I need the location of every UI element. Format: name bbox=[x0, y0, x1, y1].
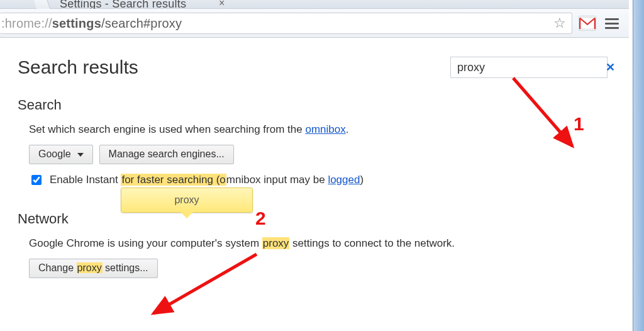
section-network: Network Google Chrome is using your comp… bbox=[18, 211, 611, 278]
section-search-title: Search bbox=[18, 97, 611, 113]
manage-search-engines-button[interactable]: Manage search engines... bbox=[99, 145, 234, 164]
annotation-label-2: 2 bbox=[255, 208, 266, 229]
search-desc: Set which search engine is used when sea… bbox=[29, 123, 611, 136]
tab-close-icon[interactable]: × bbox=[219, 0, 225, 9]
search-engine-dropdown[interactable]: Google bbox=[29, 145, 93, 164]
settings-search-input[interactable] bbox=[456, 60, 604, 75]
enable-instant-checkbox[interactable] bbox=[31, 175, 42, 185]
network-desc: Google Chrome is using your computer's s… bbox=[29, 237, 611, 250]
gmail-icon[interactable] bbox=[579, 16, 596, 31]
omnibox-url: :hrome://settings/search#proxy bbox=[1, 16, 182, 31]
change-proxy-settings-button[interactable]: Change proxy settings... bbox=[29, 259, 158, 278]
omnibox-link[interactable]: omnibox bbox=[305, 123, 345, 135]
section-search: Search Set which search engine is used w… bbox=[18, 97, 611, 187]
bookmark-star-icon[interactable]: ☆ bbox=[553, 16, 567, 30]
logged-link[interactable]: logged bbox=[328, 174, 360, 186]
clear-search-icon[interactable]: ✕ bbox=[604, 60, 616, 74]
settings-content: Search results ✕ Search Set which search… bbox=[0, 38, 629, 331]
search-match-tooltip: proxy bbox=[121, 188, 253, 213]
section-network-title: Network bbox=[18, 211, 611, 227]
enable-instant-row[interactable]: Enable Instant for faster searching (omn… bbox=[29, 173, 611, 187]
tab-strip: Settings - Search results × bbox=[0, 0, 629, 9]
enable-instant-label: Enable Instant for faster searching (omn… bbox=[50, 174, 364, 186]
omnibox[interactable]: :hrome://settings/search#proxy ☆ bbox=[0, 13, 572, 34]
browser-toolbar: :hrome://settings/search#proxy ☆ bbox=[0, 9, 629, 38]
window-border-right bbox=[633, 0, 644, 331]
tab-edge bbox=[33, 0, 50, 9]
annotation-label-1: 1 bbox=[574, 113, 584, 135]
menu-hamburger-icon[interactable] bbox=[604, 16, 620, 31]
settings-search-box[interactable]: ✕ bbox=[450, 57, 608, 78]
